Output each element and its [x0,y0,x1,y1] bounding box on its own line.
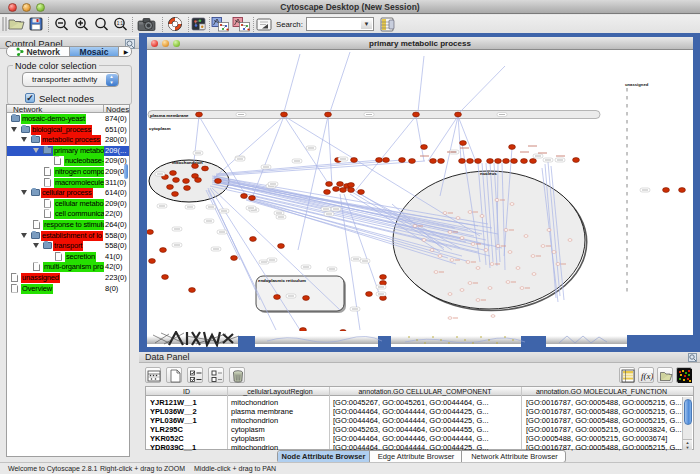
svg-text:endoplasmic reticulum: endoplasmic reticulum [258,278,306,283]
svg-text:cytoplasm: cytoplasm [149,126,171,131]
svg-text:1:1: 1:1 [117,21,124,26]
svg-text:f(x): f(x) [641,371,653,381]
svg-text:unassigned: unassigned [625,82,649,87]
svg-text:mitochondrion: mitochondrion [172,160,203,165]
svg-text:plasma membrane: plasma membrane [150,113,189,118]
svg-text:nucleus: nucleus [480,171,497,176]
